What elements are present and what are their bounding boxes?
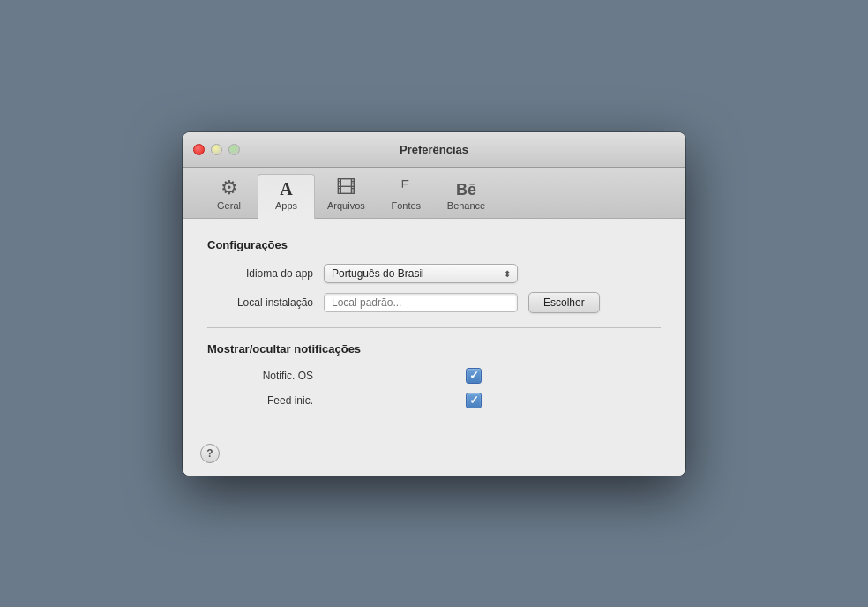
- tab-arquivos[interactable]: 🎞 Arquivos: [315, 173, 378, 218]
- title-bar: Preferências: [183, 132, 685, 168]
- local-input[interactable]: [324, 293, 518, 312]
- feed-inic-label: Feed inic.: [207, 394, 313, 407]
- tab-geral[interactable]: ⚙ Geral: [200, 173, 258, 218]
- fontes-icon: ꟳ: [401, 180, 410, 198]
- behance-icon: Bē: [456, 182, 476, 198]
- content-area: Configurações Idioma do app Português do…: [183, 219, 685, 435]
- arquivos-icon: 🎞: [336, 178, 355, 198]
- idioma-select[interactable]: Português do Brasil: [324, 264, 518, 283]
- idioma-label: Idioma do app: [207, 267, 313, 280]
- window-title: Preferências: [400, 143, 468, 156]
- close-button[interactable]: [193, 144, 205, 155]
- section-divider: [207, 327, 661, 328]
- preferences-window: Preferências ⚙ Geral A Apps 🎞 Arquivos ꟳ…: [183, 132, 685, 476]
- help-button[interactable]: ?: [200, 444, 220, 463]
- tab-apps[interactable]: A Apps: [258, 174, 315, 219]
- configuracoes-section: Configurações Idioma do app Português do…: [207, 238, 661, 313]
- tab-behance[interactable]: Bē Behance: [435, 176, 498, 218]
- feed-inic-checkbox-wrapper: ✓: [324, 393, 624, 408]
- footer: ?: [183, 435, 685, 476]
- idioma-row: Idioma do app Português do Brasil ⬍: [207, 264, 661, 283]
- tab-geral-label: Geral: [217, 200, 241, 211]
- tab-fontes-label: Fontes: [391, 200, 421, 211]
- toolbar: ⚙ Geral A Apps 🎞 Arquivos ꟳ Fontes Bē Be…: [183, 168, 685, 219]
- notific-os-checkbox-wrapper: ✓: [324, 368, 624, 384]
- notific-os-checkmark: ✓: [469, 370, 479, 381]
- feed-inic-row: Feed inic. ✓: [207, 393, 661, 408]
- local-label: Local instalação: [207, 296, 313, 309]
- minimize-button[interactable]: [211, 144, 222, 155]
- maximize-button[interactable]: [228, 144, 240, 155]
- tab-fontes[interactable]: ꟳ Fontes: [378, 175, 435, 218]
- geral-icon: ⚙: [221, 178, 238, 198]
- tab-behance-label: Behance: [447, 200, 485, 211]
- tab-arquivos-label: Arquivos: [327, 200, 365, 211]
- tab-apps-label: Apps: [275, 200, 297, 211]
- configuracoes-title: Configurações: [207, 238, 661, 251]
- feed-inic-checkmark: ✓: [469, 394, 479, 406]
- traffic-lights: [193, 144, 240, 155]
- notific-os-row: Notific. OS ✓: [207, 368, 661, 384]
- escolher-button[interactable]: Escolher: [528, 292, 600, 313]
- notific-os-label: Notific. OS: [207, 370, 313, 382]
- local-row: Local instalação Escolher: [207, 292, 661, 313]
- idioma-select-wrapper: Português do Brasil ⬍: [324, 264, 518, 283]
- notific-os-checkbox[interactable]: ✓: [466, 368, 482, 384]
- apps-icon: A: [280, 180, 292, 198]
- help-symbol: ?: [206, 447, 213, 460]
- notificacoes-section: Mostrar/ocultar notificações Notific. OS…: [207, 342, 661, 408]
- feed-inic-checkbox[interactable]: ✓: [466, 393, 482, 408]
- notificacoes-title: Mostrar/ocultar notificações: [207, 342, 661, 356]
